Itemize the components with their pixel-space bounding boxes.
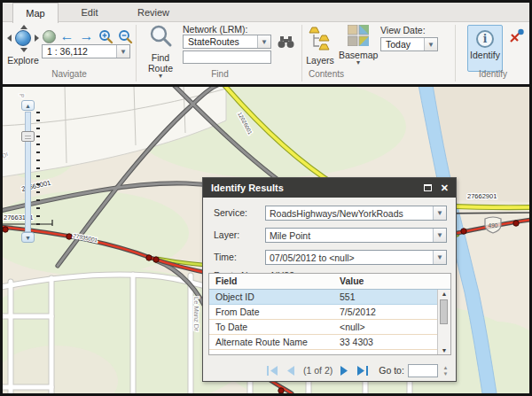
value-cell: 33 4303 [333, 335, 437, 349]
next-page-button[interactable] [340, 366, 349, 376]
zoom-slider-handle[interactable] [21, 131, 35, 142]
scroll-down-icon[interactable]: ▼ [438, 347, 450, 353]
next-page-icon [340, 366, 349, 376]
network-lrm-combobox[interactable]: StateRoutes ▼ [183, 35, 271, 49]
last-page-icon [356, 366, 368, 376]
time-dropdown-arrow[interactable]: ▼ [433, 251, 446, 264]
table-row-selected[interactable]: Object ID 551 [209, 290, 437, 305]
group-separator [136, 25, 137, 82]
full-extent-button[interactable] [41, 28, 58, 44]
zoom-slider-up-button[interactable]: ▲ [21, 100, 35, 111]
shield-number-label: 490 [489, 222, 498, 229]
first-page-button[interactable] [267, 366, 278, 376]
identify-results-dialog: Identify Results ✕ Service: RoadsHighway… [202, 177, 457, 382]
back-arrow-icon: ← [60, 30, 74, 43]
map-scale-dropdown-arrow[interactable]: ▼ [116, 45, 129, 58]
network-lrm-dropdown-arrow[interactable]: ▼ [257, 35, 270, 48]
search-routes-button[interactable] [277, 35, 295, 52]
zoom-slider-tick-marks [36, 112, 40, 229]
scrollbar-thumb[interactable] [440, 299, 448, 324]
layer-value: Mile Point [266, 229, 433, 242]
ribbon-tab-bar: Map Edit Review [3, 3, 529, 22]
identify-icon: i [476, 30, 494, 48]
dialog-title: Identify Results [211, 182, 284, 193]
basemap-icon [348, 25, 369, 46]
time-value: 07/05/2012 to <null> [266, 251, 433, 264]
service-dropdown-arrow[interactable]: ▼ [433, 206, 446, 220]
layer-combobox[interactable]: Mile Point ▼ [265, 228, 447, 243]
goto-page-input[interactable] [408, 364, 438, 377]
group-label-identify: Identify [462, 69, 524, 79]
table-header-row: Field Value [209, 274, 450, 290]
find-route-label-line1: Find [140, 52, 181, 63]
attributes-table: Field Value Object ID 551 From Date 7/5/… [208, 273, 451, 355]
zoom-slider-down-button[interactable]: ▼ [21, 232, 35, 243]
service-value: RoadsHighways/NewYorkRoads [266, 206, 433, 220]
binoculars-icon [277, 35, 295, 49]
route-marker-info-icon [508, 28, 525, 45]
map-scale-combobox[interactable]: 1 : 36,112 ▼ [42, 44, 130, 58]
close-icon[interactable]: ✕ [441, 183, 449, 192]
column-header-field: Field [209, 274, 333, 289]
page-count-text: (1 of 2) [303, 365, 332, 376]
spinner-up-icon[interactable]: ▲ [442, 365, 448, 370]
table-row[interactable]: To Date <null> [209, 320, 437, 335]
previous-page-button[interactable] [286, 366, 295, 376]
highway-shield: 490 [485, 217, 501, 233]
table-scrollbar[interactable]: ▲ ▼ [437, 290, 450, 354]
explore-arrow-down-icon [20, 48, 27, 52]
network-lrm-label: Network (LRM): [183, 24, 248, 35]
field-cell: Object ID [209, 290, 333, 304]
zoom-in-button[interactable] [98, 28, 114, 44]
view-date-dropdown-arrow[interactable]: ▼ [424, 38, 437, 50]
value-cell: 551 [333, 290, 437, 304]
find-route-value-input[interactable] [183, 50, 271, 64]
next-extent-button[interactable]: → [78, 28, 95, 44]
column-header-value: Value [333, 274, 450, 289]
road-label-27662901: 27662901 [467, 192, 497, 200]
zoom-out-button[interactable] [117, 28, 134, 44]
application-window: Map Edit Review Explore ← → [0, 0, 532, 396]
layers-button[interactable]: Layers [304, 25, 336, 71]
table-row[interactable]: From Date 7/5/2012 [209, 305, 437, 320]
tab-map[interactable]: Map [12, 3, 59, 23]
identify-route-location-button[interactable] [508, 28, 525, 49]
previous-page-icon [286, 366, 295, 376]
layers-label: Layers [304, 55, 336, 66]
scroll-up-icon[interactable]: ▲ [438, 291, 450, 297]
view-date-combobox[interactable]: Today ▼ [380, 37, 438, 51]
value-cell: 7/5/2012 [333, 305, 437, 319]
network-lrm-value: StateRoutes [184, 35, 257, 48]
ribbon: Map Edit Review Explore ← → [3, 3, 529, 84]
explore-globe-icon [15, 30, 31, 46]
goto-spinner[interactable]: ▲ ▼ [440, 363, 451, 378]
layer-dropdown-arrow[interactable]: ▼ [433, 229, 446, 242]
last-page-button[interactable] [356, 366, 368, 376]
group-label-find: Find [140, 69, 300, 79]
identify-button[interactable]: i Identify [467, 25, 503, 72]
value-cell: <null> [333, 320, 437, 334]
globe-icon [43, 30, 56, 43]
explore-button[interactable]: Explore [4, 25, 42, 71]
zoom-slider-track[interactable] [25, 112, 31, 232]
table-rows: Object ID 551 From Date 7/5/2012 To Date… [209, 290, 437, 354]
time-combobox[interactable]: 07/05/2012 to <null> ▼ [265, 250, 447, 265]
field-cell: From Date [209, 305, 333, 319]
first-page-icon [267, 366, 278, 376]
tab-edit[interactable]: Edit [59, 3, 121, 22]
tab-edit-label: Edit [82, 7, 98, 18]
spinner-down-icon[interactable]: ▼ [442, 371, 448, 377]
view-date-value: Today [381, 38, 424, 50]
previous-extent-button[interactable]: ← [59, 28, 75, 44]
layer-label: Layer: [214, 229, 265, 240]
explore-arrow-up-icon [20, 25, 27, 29]
maximize-icon[interactable] [424, 184, 432, 191]
zoom-out-icon [118, 29, 133, 44]
table-row[interactable]: Alternate Route Name 33 4303 [209, 335, 437, 350]
service-combobox[interactable]: RoadsHighways/NewYorkRoads ▼ [265, 206, 447, 221]
map-view[interactable]: 490 27663001 27663101 27935001 27662901 … [3, 87, 529, 393]
tab-review[interactable]: Review [121, 3, 186, 22]
street-label-p: P [19, 94, 25, 97]
find-route-value-text [184, 51, 270, 63]
dialog-title-bar[interactable]: Identify Results ✕ [203, 178, 456, 198]
